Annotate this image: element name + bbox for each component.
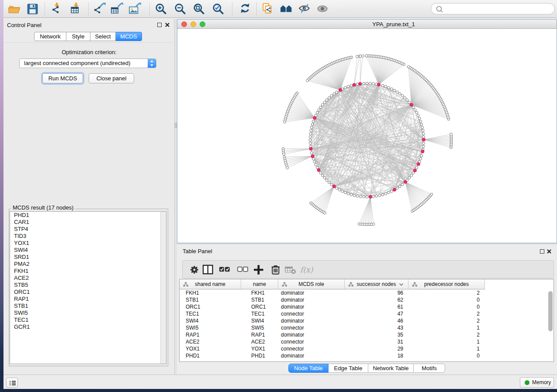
cell-name: PHD1 [251, 352, 265, 359]
network-graph[interactable] [177, 29, 557, 243]
mcds-result-item[interactable]: TEC1 [10, 316, 166, 323]
mcds-result-item[interactable]: ORC1 [10, 289, 166, 296]
mcds-result-item[interactable]: FKH1 [10, 268, 166, 275]
show-all-icon[interactable] [316, 3, 329, 16]
result-list-scrollbar[interactable] [160, 212, 166, 364]
float-table-panel-icon[interactable] [540, 249, 544, 254]
import-network-icon[interactable] [50, 3, 63, 16]
zoom-out-icon[interactable] [174, 3, 187, 16]
add-column-icon[interactable] [252, 264, 267, 276]
toolbar-separator [88, 2, 89, 16]
tab-edge-table[interactable]: Edge Table [329, 364, 368, 373]
save-session-icon[interactable] [26, 3, 39, 16]
export-network-icon[interactable] [93, 3, 107, 16]
mcds-result-item[interactable]: STB5 [10, 282, 166, 289]
mcds-result-list[interactable]: PHD1CAR1STP4TID3YOX1SWI4SRD1PMA2FKH1ACE2… [10, 211, 166, 364]
cell-successor_nodes: 96 [398, 289, 403, 296]
zoom-fit-icon[interactable] [193, 3, 206, 16]
mcds-result-item[interactable]: YOX1 [10, 240, 166, 247]
table-row[interactable]: ORC1ORC1dominator610 [180, 303, 554, 310]
mcds-result-item[interactable]: CAR1 [10, 219, 166, 226]
column-header-shared-name[interactable]: shared name [180, 279, 241, 289]
cell-mcds_role: dominator [281, 331, 304, 338]
table-row[interactable]: SWI4SWI4dominator462 [180, 317, 554, 324]
close-panel-button[interactable]: Close panel [89, 73, 134, 83]
mcds-result-item[interactable]: PHD1 [10, 212, 166, 219]
tab-select[interactable]: Select [90, 32, 116, 41]
cell-shared_name: SWI4 [186, 317, 198, 324]
criterion-dropdown[interactable]: largest connected component (undirected) [19, 58, 156, 68]
main-toolbar [3, 0, 557, 18]
cell-shared_name: SWI5 [186, 324, 198, 331]
mcds-result-item[interactable]: ACE2 [10, 275, 166, 282]
table-row[interactable]: TEC1TEC1connector472 [180, 310, 554, 317]
delete-column-icon[interactable] [269, 264, 284, 276]
mcds-result-item[interactable]: STP4 [10, 226, 166, 233]
cell-predecessor_nodes: 1 [477, 338, 480, 345]
cell-name: FKH1 [251, 289, 265, 296]
network-canvas[interactable] [177, 29, 557, 243]
mcds-result-item[interactable]: GCR1 [10, 323, 166, 330]
mcds-result-item[interactable]: RAP1 [10, 296, 166, 303]
table-row[interactable]: SWI5SWI5connector431 [180, 324, 554, 331]
delete-table-icon[interactable] [284, 264, 299, 276]
column-header-name[interactable]: name [241, 279, 278, 289]
open-session-icon[interactable] [8, 3, 21, 16]
export-table-icon[interactable] [111, 3, 124, 16]
column-header-predecessor-nodes[interactable]: predecessor nodes [408, 279, 485, 289]
mcds-result-item[interactable]: PMA2 [10, 261, 166, 268]
mcds-result-item[interactable]: SWI4 [10, 247, 166, 254]
tab-network-table[interactable]: Network Table [368, 364, 414, 373]
toolbar-separator [45, 2, 45, 16]
mcds-result-item[interactable]: STB1 [10, 303, 166, 309]
deselect-all-checkboxes-icon[interactable] [236, 264, 251, 276]
select-all-checkboxes-icon[interactable] [218, 264, 233, 276]
cell-mcds_role: connector [281, 324, 304, 331]
mcds-result-item[interactable]: TID3 [10, 233, 166, 240]
float-panel-icon[interactable] [157, 23, 162, 27]
clone-network-icon[interactable] [262, 3, 275, 16]
gear-icon[interactable] [188, 264, 203, 276]
column-header-MCDS-role[interactable]: MCDS role [278, 279, 345, 289]
function-builder-icon[interactable]: f(x) [299, 264, 314, 276]
table-row[interactable]: ACE2ACE2connector311 [180, 338, 554, 345]
cell-successor_nodes: 43 [398, 324, 403, 331]
cell-name: YOX1 [251, 345, 265, 352]
export-image-icon[interactable] [129, 3, 142, 16]
column-header-successor-nodes[interactable]: successor nodes [345, 279, 408, 289]
search-input[interactable] [431, 3, 555, 14]
tab-mcds[interactable]: MCDS [116, 32, 142, 41]
maximize-window-icon[interactable] [200, 21, 205, 27]
table-row[interactable]: STB1STB1dominator620 [180, 296, 554, 303]
tab-node-table[interactable]: Node Table [288, 364, 329, 373]
cell-mcds_role: dominator [281, 296, 304, 303]
split-columns-icon[interactable] [201, 264, 216, 276]
close-table-panel-icon[interactable] [547, 249, 552, 254]
zoom-selected-icon[interactable] [212, 3, 225, 16]
table-scrollbar[interactable] [548, 291, 553, 331]
cell-predecessor_nodes: 2 [477, 310, 480, 317]
zoom-in-icon[interactable] [155, 3, 168, 16]
table-row[interactable]: RAP1RAP1dominator352 [180, 331, 554, 338]
tab-network[interactable]: Network [34, 32, 66, 41]
network-view-titlebar[interactable]: YPA_prune.txt_1 [177, 20, 557, 29]
run-mcds-button[interactable]: Run MCDS [42, 73, 83, 83]
memory-button[interactable]: Memory [520, 377, 554, 388]
close-window-icon[interactable] [181, 21, 187, 27]
table-row[interactable]: PHD1PHD1dominator180 [180, 352, 554, 359]
table-row[interactable]: FKH1FKH1dominator962 [180, 289, 554, 296]
cell-predecessor_nodes: 0 [477, 303, 480, 310]
home-layout-icon[interactable] [280, 3, 293, 16]
minimize-window-icon[interactable] [190, 21, 196, 27]
cell-shared_name: TEC1 [186, 310, 199, 317]
tab-motifs[interactable]: Motifs [414, 364, 445, 373]
table-row[interactable]: YOX1YOX1connector291 [180, 345, 554, 352]
mcds-result-item[interactable]: SRD1 [10, 254, 166, 261]
import-table-icon[interactable] [69, 3, 83, 16]
refresh-view-icon[interactable] [239, 3, 252, 16]
close-panel-icon[interactable] [165, 22, 170, 28]
tab-style[interactable]: Style [66, 32, 90, 41]
mcds-result-item[interactable]: SWI5 [10, 309, 166, 316]
hide-selected-icon[interactable] [298, 3, 311, 16]
task-history-button[interactable] [6, 378, 18, 388]
